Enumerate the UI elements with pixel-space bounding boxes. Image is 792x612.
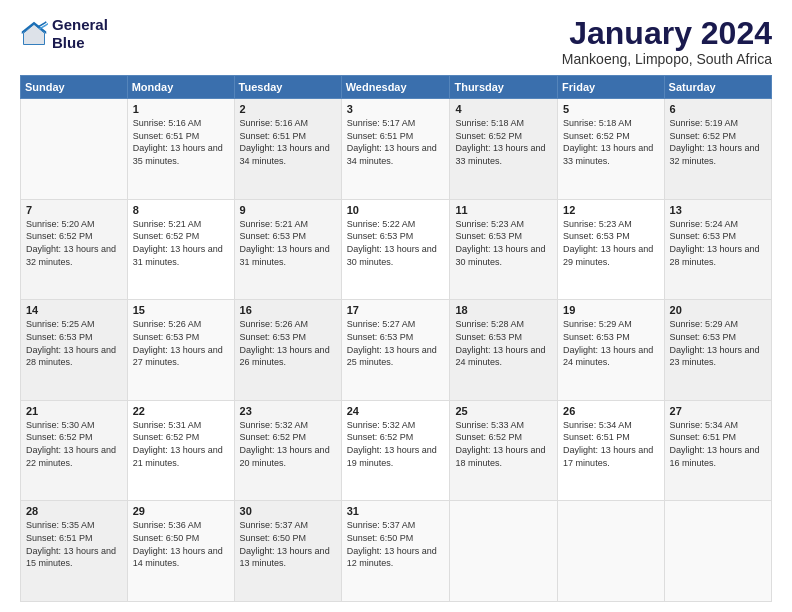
calendar-cell: 22Sunrise: 5:31 AMSunset: 6:52 PMDayligh… [127,400,234,501]
day-info: Sunrise: 5:23 AMSunset: 6:53 PMDaylight:… [455,218,552,268]
day-info: Sunrise: 5:16 AMSunset: 6:51 PMDaylight:… [133,117,229,167]
day-info: Sunrise: 5:33 AMSunset: 6:52 PMDaylight:… [455,419,552,469]
svg-marker-0 [24,24,45,45]
day-number: 26 [563,405,658,417]
calendar-cell: 8Sunrise: 5:21 AMSunset: 6:52 PMDaylight… [127,199,234,300]
day-info: Sunrise: 5:32 AMSunset: 6:52 PMDaylight:… [240,419,336,469]
day-info: Sunrise: 5:21 AMSunset: 6:52 PMDaylight:… [133,218,229,268]
day-header-monday: Monday [127,76,234,99]
day-number: 17 [347,304,445,316]
day-number: 25 [455,405,552,417]
day-number: 18 [455,304,552,316]
day-info: Sunrise: 5:37 AMSunset: 6:50 PMDaylight:… [240,519,336,569]
day-info: Sunrise: 5:35 AMSunset: 6:51 PMDaylight:… [26,519,122,569]
day-info: Sunrise: 5:18 AMSunset: 6:52 PMDaylight:… [563,117,658,167]
calendar-cell: 19Sunrise: 5:29 AMSunset: 6:53 PMDayligh… [558,300,664,401]
day-info: Sunrise: 5:22 AMSunset: 6:53 PMDaylight:… [347,218,445,268]
day-info: Sunrise: 5:26 AMSunset: 6:53 PMDaylight:… [240,318,336,368]
calendar-cell [664,501,771,602]
logo-line2: Blue [52,34,108,52]
logo: General Blue [20,16,108,52]
day-number: 13 [670,204,766,216]
day-number: 27 [670,405,766,417]
calendar-cell: 11Sunrise: 5:23 AMSunset: 6:53 PMDayligh… [450,199,558,300]
day-info: Sunrise: 5:24 AMSunset: 6:53 PMDaylight:… [670,218,766,268]
day-info: Sunrise: 5:29 AMSunset: 6:53 PMDaylight:… [563,318,658,368]
main-title: January 2024 [562,16,772,51]
header: General Blue January 2024 Mankoeng, Limp… [20,16,772,67]
day-number: 10 [347,204,445,216]
calendar-cell: 12Sunrise: 5:23 AMSunset: 6:53 PMDayligh… [558,199,664,300]
day-info: Sunrise: 5:37 AMSunset: 6:50 PMDaylight:… [347,519,445,569]
day-number: 1 [133,103,229,115]
logo-icon [20,20,48,48]
calendar-header-row: SundayMondayTuesdayWednesdayThursdayFrid… [21,76,772,99]
day-header-sunday: Sunday [21,76,128,99]
day-number: 6 [670,103,766,115]
day-info: Sunrise: 5:17 AMSunset: 6:51 PMDaylight:… [347,117,445,167]
day-number: 21 [26,405,122,417]
calendar-week-row: 1Sunrise: 5:16 AMSunset: 6:51 PMDaylight… [21,99,772,200]
calendar-cell: 18Sunrise: 5:28 AMSunset: 6:53 PMDayligh… [450,300,558,401]
calendar-cell: 27Sunrise: 5:34 AMSunset: 6:51 PMDayligh… [664,400,771,501]
day-number: 5 [563,103,658,115]
calendar-cell: 30Sunrise: 5:37 AMSunset: 6:50 PMDayligh… [234,501,341,602]
day-number: 16 [240,304,336,316]
day-info: Sunrise: 5:18 AMSunset: 6:52 PMDaylight:… [455,117,552,167]
calendar-cell: 17Sunrise: 5:27 AMSunset: 6:53 PMDayligh… [341,300,450,401]
calendar-cell: 24Sunrise: 5:32 AMSunset: 6:52 PMDayligh… [341,400,450,501]
calendar-cell: 20Sunrise: 5:29 AMSunset: 6:53 PMDayligh… [664,300,771,401]
calendar-cell: 3Sunrise: 5:17 AMSunset: 6:51 PMDaylight… [341,99,450,200]
day-info: Sunrise: 5:26 AMSunset: 6:53 PMDaylight:… [133,318,229,368]
calendar-cell: 9Sunrise: 5:21 AMSunset: 6:53 PMDaylight… [234,199,341,300]
day-number: 12 [563,204,658,216]
day-header-friday: Friday [558,76,664,99]
calendar-cell: 28Sunrise: 5:35 AMSunset: 6:51 PMDayligh… [21,501,128,602]
calendar-cell: 1Sunrise: 5:16 AMSunset: 6:51 PMDaylight… [127,99,234,200]
day-info: Sunrise: 5:23 AMSunset: 6:53 PMDaylight:… [563,218,658,268]
calendar-cell: 5Sunrise: 5:18 AMSunset: 6:52 PMDaylight… [558,99,664,200]
day-number: 2 [240,103,336,115]
subtitle: Mankoeng, Limpopo, South Africa [562,51,772,67]
day-info: Sunrise: 5:28 AMSunset: 6:53 PMDaylight:… [455,318,552,368]
calendar-cell [21,99,128,200]
day-number: 14 [26,304,122,316]
day-number: 29 [133,505,229,517]
day-info: Sunrise: 5:19 AMSunset: 6:52 PMDaylight:… [670,117,766,167]
calendar-cell: 4Sunrise: 5:18 AMSunset: 6:52 PMDaylight… [450,99,558,200]
day-number: 7 [26,204,122,216]
calendar-cell: 26Sunrise: 5:34 AMSunset: 6:51 PMDayligh… [558,400,664,501]
day-number: 31 [347,505,445,517]
calendar-cell: 10Sunrise: 5:22 AMSunset: 6:53 PMDayligh… [341,199,450,300]
day-number: 11 [455,204,552,216]
calendar-cell: 16Sunrise: 5:26 AMSunset: 6:53 PMDayligh… [234,300,341,401]
day-number: 4 [455,103,552,115]
calendar-week-row: 7Sunrise: 5:20 AMSunset: 6:52 PMDaylight… [21,199,772,300]
logo-line1: General [52,16,108,34]
day-info: Sunrise: 5:31 AMSunset: 6:52 PMDaylight:… [133,419,229,469]
day-number: 24 [347,405,445,417]
day-info: Sunrise: 5:21 AMSunset: 6:53 PMDaylight:… [240,218,336,268]
calendar-week-row: 21Sunrise: 5:30 AMSunset: 6:52 PMDayligh… [21,400,772,501]
day-header-wednesday: Wednesday [341,76,450,99]
calendar-cell: 2Sunrise: 5:16 AMSunset: 6:51 PMDaylight… [234,99,341,200]
day-info: Sunrise: 5:27 AMSunset: 6:53 PMDaylight:… [347,318,445,368]
calendar-cell: 6Sunrise: 5:19 AMSunset: 6:52 PMDaylight… [664,99,771,200]
page: General Blue January 2024 Mankoeng, Limp… [0,0,792,612]
day-info: Sunrise: 5:32 AMSunset: 6:52 PMDaylight:… [347,419,445,469]
calendar-week-row: 14Sunrise: 5:25 AMSunset: 6:53 PMDayligh… [21,300,772,401]
calendar-cell: 29Sunrise: 5:36 AMSunset: 6:50 PMDayligh… [127,501,234,602]
day-number: 19 [563,304,658,316]
day-info: Sunrise: 5:25 AMSunset: 6:53 PMDaylight:… [26,318,122,368]
day-header-tuesday: Tuesday [234,76,341,99]
calendar-table: SundayMondayTuesdayWednesdayThursdayFrid… [20,75,772,602]
calendar-cell: 14Sunrise: 5:25 AMSunset: 6:53 PMDayligh… [21,300,128,401]
day-info: Sunrise: 5:20 AMSunset: 6:52 PMDaylight:… [26,218,122,268]
calendar-cell: 21Sunrise: 5:30 AMSunset: 6:52 PMDayligh… [21,400,128,501]
day-number: 23 [240,405,336,417]
day-number: 8 [133,204,229,216]
calendar-week-row: 28Sunrise: 5:35 AMSunset: 6:51 PMDayligh… [21,501,772,602]
calendar-cell: 23Sunrise: 5:32 AMSunset: 6:52 PMDayligh… [234,400,341,501]
day-info: Sunrise: 5:34 AMSunset: 6:51 PMDaylight:… [670,419,766,469]
day-header-thursday: Thursday [450,76,558,99]
